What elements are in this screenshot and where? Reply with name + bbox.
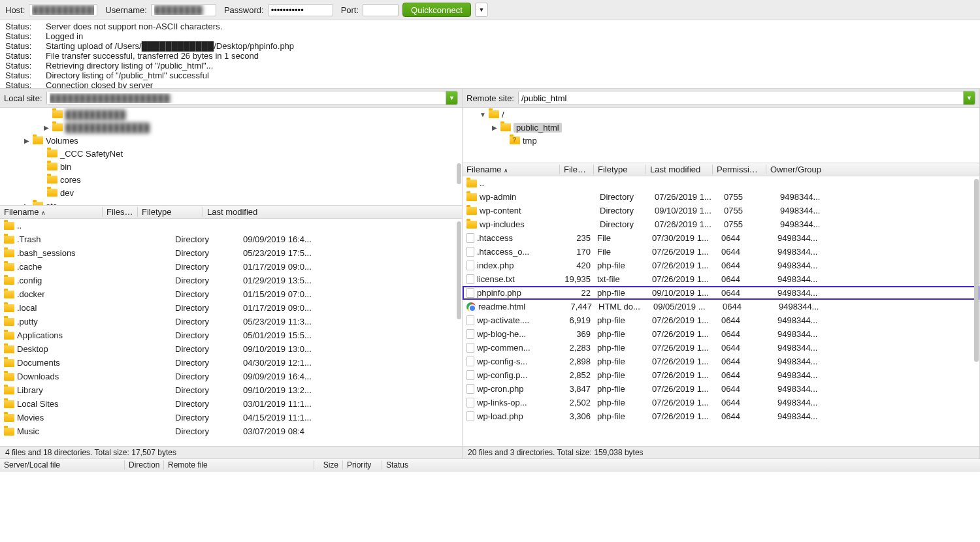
scrollbar-thumb[interactable] bbox=[974, 179, 979, 362]
log-line: Status:File transfer successful, transfe… bbox=[5, 51, 975, 61]
local-file-list[interactable]: .. .Trash Directory 09/09/2019 16:4... .… bbox=[0, 219, 462, 446]
file-modified: 07/26/2019 1... bbox=[652, 343, 719, 353]
file-row[interactable]: .Trash Directory 09/09/2019 16:4... bbox=[0, 232, 462, 246]
log-label: Status: bbox=[5, 80, 34, 89]
file-icon bbox=[466, 398, 474, 407]
quickconnect-button[interactable]: Quickconnect bbox=[402, 3, 471, 17]
quickconnect-history-button[interactable]: ▼ bbox=[475, 3, 488, 17]
port-input[interactable] bbox=[363, 4, 399, 16]
remote-file-header[interactable]: Filename∧ Filesize Filetype Last modifie… bbox=[463, 163, 979, 176]
queue-header[interactable]: Server/Local file Direction Remote file … bbox=[0, 458, 980, 471]
host-input[interactable] bbox=[29, 4, 97, 16]
file-row[interactable]: wp-admin Directory 07/26/2019 1... 0755 … bbox=[463, 190, 979, 204]
file-row[interactable]: wp-commen... 2,283 php-file 07/26/2019 1… bbox=[463, 341, 979, 355]
local-file-header[interactable]: Filename∧ Filesize Filetype Last modifie… bbox=[0, 206, 462, 219]
tree-node[interactable]: tmp bbox=[463, 134, 979, 147]
file-modified: 04/15/2019 11:1... bbox=[243, 413, 462, 422]
folder-icon bbox=[47, 189, 57, 197]
file-row[interactable]: .htaccess 235 File 07/30/2019 1... 0644 … bbox=[463, 231, 979, 245]
disclosure-triangle-icon[interactable]: ▶ bbox=[43, 124, 50, 131]
file-size: 3,306 bbox=[561, 411, 595, 421]
tree-node[interactable]: ▶Volumes bbox=[0, 134, 462, 147]
file-row[interactable]: wp-content Directory 09/10/2019 1... 075… bbox=[463, 204, 979, 217]
log-label: Status: bbox=[5, 41, 34, 51]
file-row[interactable]: .. bbox=[0, 219, 462, 232]
file-type: Directory bbox=[175, 303, 240, 313]
file-row[interactable]: Downloads Directory 09/09/2019 16:4... bbox=[0, 370, 462, 383]
file-row[interactable]: Local Sites Directory 03/01/2019 11:1... bbox=[0, 397, 462, 411]
disclosure-triangle-icon[interactable]: ▼ bbox=[480, 111, 486, 118]
file-name: wp-load.php bbox=[477, 411, 558, 421]
file-size: 170 bbox=[561, 247, 595, 257]
file-row[interactable]: index.php 420 php-file 07/26/2019 1... 0… bbox=[463, 259, 979, 272]
file-row[interactable]: .cache Directory 01/17/2019 09:0... bbox=[0, 260, 462, 274]
file-row[interactable]: wp-blog-he... 369 php-file 07/26/2019 1.… bbox=[463, 327, 979, 341]
local-path-dropdown[interactable]: ▼ bbox=[446, 91, 457, 104]
file-size: 2,502 bbox=[561, 398, 595, 407]
file-row[interactable]: .bash_sessions Directory 05/23/2019 17:5… bbox=[0, 246, 462, 260]
disclosure-triangle-icon[interactable]: ▶ bbox=[24, 137, 30, 144]
file-size: 3,847 bbox=[561, 384, 595, 394]
file-modified: 01/29/2019 13:5... bbox=[243, 276, 462, 285]
tree-node[interactable]: bin bbox=[0, 160, 462, 173]
tree-node[interactable]: ▶██████████████ bbox=[0, 121, 462, 134]
file-row[interactable]: Music Directory 03/07/2019 08:4 bbox=[0, 424, 462, 438]
queue-body[interactable] bbox=[0, 471, 980, 542]
file-row[interactable]: Applications Directory 05/01/2019 15:5..… bbox=[0, 328, 462, 342]
file-owner: 9498344... bbox=[777, 315, 979, 325]
file-row[interactable]: .local Directory 01/17/2019 09:0... bbox=[0, 301, 462, 315]
file-permissions: 0644 bbox=[721, 288, 775, 298]
file-row[interactable]: wp-links-op... 2,502 php-file 07/26/2019… bbox=[463, 396, 979, 409]
remote-path-combo[interactable]: ▼ bbox=[518, 91, 975, 105]
file-row[interactable]: .putty Directory 05/23/2019 11:3... bbox=[0, 315, 462, 328]
file-row[interactable]: .config Directory 01/29/2019 13:5... bbox=[0, 274, 462, 287]
disclosure-triangle-icon[interactable]: ▶ bbox=[24, 202, 30, 206]
tree-node[interactable]: ▼/ bbox=[463, 108, 979, 121]
file-row[interactable]: wp-includes Directory 07/26/2019 1... 07… bbox=[463, 217, 979, 231]
file-permissions: 0644 bbox=[721, 398, 775, 407]
scrollbar-thumb[interactable] bbox=[457, 163, 461, 184]
remote-path-dropdown[interactable]: ▼ bbox=[963, 91, 975, 104]
file-row[interactable]: wp-activate.... 6,919 php-file 07/26/201… bbox=[463, 313, 979, 327]
file-row[interactable]: license.txt 19,935 txt-file 07/26/2019 1… bbox=[463, 272, 979, 286]
file-row[interactable]: .docker Directory 01/15/2019 07:0... bbox=[0, 287, 462, 301]
file-owner: 9498344... bbox=[777, 384, 979, 394]
username-input[interactable] bbox=[151, 4, 216, 16]
file-row[interactable]: Documents Directory 04/30/2019 12:1... bbox=[0, 356, 462, 370]
remote-file-list[interactable]: .. wp-admin Directory 07/26/2019 1... 07… bbox=[463, 176, 979, 446]
log-text: File transfer successful, transferred 26… bbox=[46, 51, 259, 61]
file-icon bbox=[466, 261, 474, 270]
file-row[interactable]: Movies Directory 04/15/2019 11:1... bbox=[0, 411, 462, 424]
local-pane: Local site: ▼ ██████████▶██████████████▶… bbox=[0, 89, 463, 458]
password-input[interactable] bbox=[268, 4, 333, 16]
file-row[interactable]: Desktop Directory 09/10/2019 13:0... bbox=[0, 342, 462, 356]
disclosure-triangle-icon[interactable]: ▶ bbox=[491, 124, 498, 131]
scrollbar-thumb[interactable] bbox=[457, 221, 461, 319]
tree-node[interactable]: cores bbox=[0, 173, 462, 186]
file-permissions: 0644 bbox=[721, 315, 775, 325]
file-row[interactable]: readme.html 7,447 HTML do... 09/05/2019 … bbox=[463, 300, 979, 313]
file-row[interactable]: .htaccess_o... 170 File 07/26/2019 1... … bbox=[463, 245, 979, 259]
local-path-combo[interactable]: ▼ bbox=[46, 91, 458, 105]
file-row[interactable]: wp-load.php 3,306 php-file 07/26/2019 1.… bbox=[463, 409, 979, 423]
log-label: Status: bbox=[5, 71, 34, 80]
file-row[interactable]: Library Directory 09/10/2019 13:2... bbox=[0, 383, 462, 397]
file-row[interactable]: phpinfo.php 22 php-file 09/10/2019 1... … bbox=[463, 286, 979, 300]
file-name: .cache bbox=[17, 262, 135, 272]
folder-icon bbox=[33, 202, 43, 206]
local-tree[interactable]: ██████████▶██████████████▶Volumes_CCC Sa… bbox=[0, 108, 462, 206]
file-row[interactable]: .. bbox=[463, 176, 979, 190]
remote-path-input[interactable] bbox=[519, 91, 963, 104]
file-size: 2,852 bbox=[561, 370, 595, 380]
tree-node[interactable]: _CCC SafetyNet bbox=[0, 147, 462, 160]
tree-node[interactable]: ▶etc bbox=[0, 199, 462, 206]
file-row[interactable]: wp-config-s... 2,898 php-file 07/26/2019… bbox=[463, 355, 979, 368]
tree-node[interactable]: ██████████ bbox=[0, 108, 462, 121]
file-row[interactable]: wp-config.p... 2,852 php-file 07/26/2019… bbox=[463, 368, 979, 382]
tree-node[interactable]: dev bbox=[0, 186, 462, 199]
file-row[interactable]: wp-cron.php 3,847 php-file 07/26/2019 1.… bbox=[463, 382, 979, 396]
local-path-input[interactable] bbox=[47, 91, 446, 104]
remote-tree[interactable]: ▼/▶public_htmltmp bbox=[463, 108, 979, 163]
tree-label: tmp bbox=[523, 136, 537, 146]
tree-node[interactable]: ▶public_html bbox=[463, 121, 979, 134]
